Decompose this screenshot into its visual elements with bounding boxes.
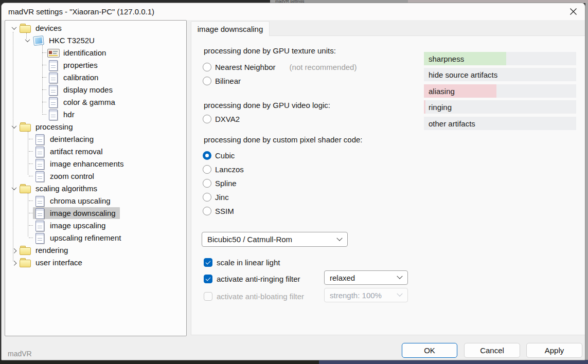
radio-icon bbox=[203, 115, 211, 123]
radio-label: SSIM bbox=[215, 207, 234, 215]
tree-item-chroma-upscaling[interactable]: chroma upscaling bbox=[5, 194, 186, 207]
gpu-video-section-label: processing done by GPU video logic: bbox=[204, 101, 330, 110]
tree-item-image-enhancements[interactable]: image enhancements bbox=[5, 157, 186, 170]
checkbox-anti-bloating-filter[interactable]: activate anti-bloating filter bbox=[204, 291, 304, 301]
tree-item-label: HKC T3252U bbox=[49, 36, 95, 45]
tree-item-label: user interface bbox=[35, 258, 82, 267]
tree-connector bbox=[29, 213, 33, 213]
tree-connector bbox=[29, 176, 33, 176]
tree-item-calibration[interactable]: calibration bbox=[5, 71, 186, 83]
checkbox-anti-ringing-filter[interactable]: activate anti-ringing filter bbox=[204, 274, 300, 284]
tree-connector bbox=[42, 89, 46, 90]
tree-item-label: processing bbox=[35, 122, 73, 131]
apply-button[interactable]: Apply bbox=[526, 343, 582, 358]
tree-item-user-interface[interactable]: user interface bbox=[5, 256, 186, 268]
tree-item-image-downscaling[interactable]: image downscaling bbox=[5, 207, 186, 219]
tree-connector bbox=[42, 114, 46, 115]
tree-item-rendering[interactable]: rendering bbox=[5, 244, 186, 256]
radio-dxva2[interactable]: DXVA2 bbox=[203, 114, 240, 124]
chevron-right-icon[interactable] bbox=[9, 246, 19, 254]
ok-button[interactable]: OK bbox=[402, 343, 457, 358]
chevron-down-icon[interactable] bbox=[9, 184, 19, 192]
id-card-icon bbox=[47, 48, 59, 58]
radio-ssim[interactable]: SSIM bbox=[203, 206, 234, 216]
tree-item-scaling-algorithms[interactable]: scaling algorithms bbox=[5, 182, 186, 194]
radio-lanczos[interactable]: Lanczos bbox=[203, 164, 244, 174]
page-icon bbox=[34, 233, 45, 243]
image-downscaling-panel: processing done by GPU texture units: Ne… bbox=[191, 35, 585, 335]
downscaling-algorithm-combobox[interactable]: Bicubic50 / Catmull-Rom bbox=[202, 232, 348, 247]
tree-item-color-gamma[interactable]: color & gamma bbox=[5, 96, 186, 108]
page-icon bbox=[34, 134, 45, 144]
radio-bilinear[interactable]: Bilinear bbox=[203, 76, 241, 86]
background-window-right-strip bbox=[585, 3, 588, 360]
tree-item-label: scaling algorithms bbox=[35, 184, 97, 193]
radio-label: DXVA2 bbox=[215, 115, 240, 123]
page-icon bbox=[47, 60, 59, 70]
radio-label: Spline bbox=[215, 179, 237, 188]
checkbox-label: activate anti-bloating filter bbox=[217, 292, 304, 301]
background-window-bottom-strip bbox=[0, 360, 588, 364]
tree-connector bbox=[29, 238, 33, 238]
tree-item-identification[interactable]: identification bbox=[5, 46, 186, 59]
chevron-right-icon[interactable] bbox=[9, 258, 19, 266]
tree-connector bbox=[29, 225, 33, 226]
checkbox-label: activate anti-ringing filter bbox=[217, 275, 300, 283]
anti-bloating-strength-combobox: strength: 100% bbox=[324, 288, 408, 302]
tree-connector bbox=[29, 163, 33, 164]
tree-item-properties[interactable]: properties bbox=[5, 59, 186, 71]
chevron-down-icon[interactable] bbox=[23, 36, 32, 44]
tree-item-artifact-removal[interactable]: artifact removal bbox=[5, 145, 186, 157]
radio-cubic[interactable]: Cubic bbox=[203, 150, 235, 160]
folder-icon bbox=[20, 245, 31, 255]
page-icon bbox=[47, 97, 59, 107]
page-icon bbox=[47, 110, 59, 119]
radio-icon bbox=[203, 63, 211, 71]
madvr-settings-dialog: madVR settings - "Xiaoran-PC" (127.0.0.1… bbox=[1, 3, 585, 360]
cancel-button[interactable]: Cancel bbox=[464, 343, 520, 358]
pixel-shader-section-label: processing done by custom pixel shader c… bbox=[204, 135, 363, 144]
radio-icon bbox=[203, 179, 211, 188]
tree-item-zoom-control[interactable]: zoom control bbox=[5, 170, 186, 182]
radio-nearest-neighbor[interactable]: Nearest Neighbor (not recommended) bbox=[203, 62, 357, 72]
page-icon bbox=[47, 85, 59, 95]
radio-label: Cubic bbox=[215, 151, 235, 160]
tree-item-label: artifact removal bbox=[50, 147, 103, 156]
anti-ringing-mode-combobox[interactable]: relaxed bbox=[324, 270, 408, 285]
radio-icon bbox=[203, 207, 211, 215]
tree-item-label: rendering bbox=[35, 246, 68, 254]
radio-jinc[interactable]: Jinc bbox=[203, 192, 229, 202]
tree-item-upscaling-refinement[interactable]: upscaling refinement bbox=[5, 231, 186, 244]
tree-item-display-modes[interactable]: display modes bbox=[5, 83, 186, 96]
page-icon bbox=[34, 196, 45, 206]
tree-item-label: display modes bbox=[63, 85, 113, 94]
page-icon bbox=[34, 208, 45, 218]
quality-label: sharpness bbox=[429, 54, 464, 63]
checkbox-scale-linear-light[interactable]: scale in linear light bbox=[204, 257, 280, 267]
tree-item-label: devices bbox=[35, 24, 62, 32]
radio-spline[interactable]: Spline bbox=[203, 178, 237, 188]
checkbox-checked-icon bbox=[204, 258, 212, 267]
tree-item-processing[interactable]: processing bbox=[5, 120, 186, 133]
quality-label: aliasing bbox=[429, 87, 455, 96]
radio-label: Lanczos bbox=[215, 165, 244, 174]
tree-item-devices[interactable]: devices bbox=[5, 22, 186, 34]
chevron-down-icon bbox=[336, 235, 342, 241]
tree-item-label: properties bbox=[63, 61, 98, 69]
chevron-down-icon[interactable] bbox=[9, 122, 19, 131]
tree-item-hkc-t3252u[interactable]: HKC T3252U bbox=[5, 34, 186, 46]
tree-item-deinterlacing[interactable]: deinterlacing bbox=[5, 133, 186, 145]
close-button[interactable] bbox=[561, 3, 585, 20]
background-window-bottom-blue bbox=[319, 360, 588, 364]
tree-item-label: hdr bbox=[63, 110, 75, 119]
quality-row-ringing: ringing bbox=[424, 100, 576, 114]
tree-item-label: deinterlacing bbox=[50, 135, 94, 143]
radio-icon bbox=[203, 77, 211, 85]
combobox-value: Bicubic50 / Catmull-Rom bbox=[207, 235, 292, 244]
tab-image-downscaling[interactable]: image downscaling bbox=[191, 21, 270, 36]
quality-fill-bar bbox=[424, 100, 425, 114]
tree-item-hdr[interactable]: hdr bbox=[5, 108, 186, 120]
tree-connector bbox=[29, 139, 33, 139]
chevron-down-icon[interactable] bbox=[9, 24, 19, 32]
tree-item-image-upscaling[interactable]: image upscaling bbox=[5, 219, 186, 231]
